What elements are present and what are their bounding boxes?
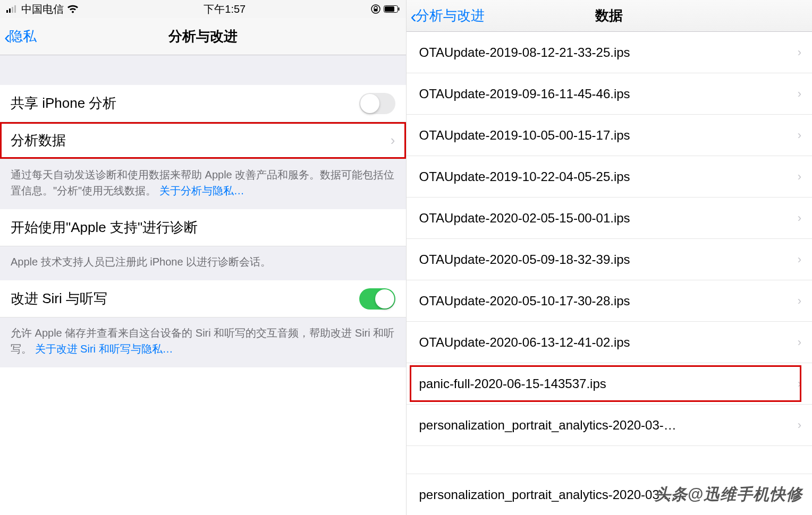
- cell-label: 开始使用"Apple 支持"进行诊断: [11, 218, 198, 237]
- footer-text-2: Apple 技术支持人员已注册此 iPhone 以进行诊断会话。: [0, 246, 406, 280]
- nav-bar: ‹ 隐私 分析与改进: [0, 18, 406, 55]
- cell-label: 改进 Siri 与听写: [11, 289, 107, 308]
- list-item[interactable]: OTAUpdate-2020-02-05-15-00-01.ips›: [407, 198, 813, 239]
- svg-rect-2: [12, 7, 13, 13]
- file-name: OTAUpdate-2020-02-05-15-00-01.ips: [419, 211, 630, 226]
- file-name: OTAUpdate-2020-06-13-12-41-02.ips: [419, 335, 630, 350]
- page-title: 分析与改进: [168, 27, 238, 46]
- file-name: OTAUpdate-2020-05-09-18-32-39.ips: [419, 252, 630, 267]
- battery-icon: [384, 5, 400, 13]
- list-item[interactable]: OTAUpdate-2020-06-13-12-41-02.ips›: [407, 322, 813, 363]
- chevron-right-icon: ›: [798, 46, 801, 59]
- list-item[interactable]: OTAUpdate-2020-05-09-18-32-39.ips›: [407, 239, 813, 280]
- improve-siri-cell[interactable]: 改进 Siri 与听写: [0, 280, 406, 317]
- siri-privacy-link[interactable]: 关于改进 Siri 和听写与隐私…: [35, 343, 173, 355]
- chevron-right-icon: ›: [798, 294, 801, 308]
- list-item[interactable]: OTAUpdate-2019-10-05-00-15-17.ips›: [407, 115, 813, 156]
- footer-text-1: 通过每天自动发送诊断和使用数据来帮助 Apple 改善产品和服务。数据可能包括位…: [0, 159, 406, 209]
- file-name: OTAUpdate-2019-10-05-00-15-17.ips: [419, 128, 630, 143]
- analytics-file-list[interactable]: OTAUpdate-2019-08-12-21-33-25.ips›OTAUpd…: [407, 32, 813, 446]
- share-analytics-cell[interactable]: 共享 iPhone 分析: [0, 85, 406, 122]
- chevron-right-icon: ›: [798, 211, 801, 225]
- improve-siri-toggle[interactable]: [359, 288, 395, 310]
- analytics-privacy-link[interactable]: 关于分析与隐私…: [159, 185, 244, 196]
- page-title: 数据: [595, 6, 623, 25]
- carrier-label: 中国电信: [21, 2, 64, 16]
- list-item[interactable]: panic-full-2020-06-15-143537.ips›: [407, 363, 813, 405]
- svg-rect-0: [6, 10, 8, 13]
- back-label: 隐私: [9, 27, 37, 46]
- share-analytics-toggle[interactable]: [359, 93, 395, 114]
- file-name: OTAUpdate-2019-10-22-04-05-25.ips: [419, 169, 630, 184]
- svg-rect-5: [374, 9, 377, 12]
- watermark: 头条@迅维手机快修: [655, 484, 802, 505]
- list-item[interactable]: OTAUpdate-2019-08-12-21-33-25.ips›: [407, 32, 813, 73]
- back-button[interactable]: ‹ 分析与改进: [411, 6, 485, 25]
- list-item[interactable]: OTAUpdate-2019-09-16-11-45-46.ips›: [407, 73, 813, 115]
- spacer: [0, 55, 406, 85]
- svg-rect-3: [14, 5, 16, 13]
- chevron-right-icon: ›: [798, 253, 801, 267]
- footer-text-3: 允许 Apple 储存并查看来自这台设备的 Siri 和听写的交互音频，帮助改进…: [0, 317, 406, 367]
- list-item[interactable]: OTAUpdate-2019-10-22-04-05-25.ips›: [407, 156, 813, 198]
- chevron-right-icon: ›: [798, 418, 801, 432]
- chevron-right-icon: ›: [391, 132, 395, 149]
- back-label: 分析与改进: [416, 6, 485, 25]
- chevron-right-icon: ›: [798, 128, 801, 142]
- support-diagnostics-cell[interactable]: 开始使用"Apple 支持"进行诊断: [0, 209, 406, 246]
- orientation-lock-icon: [371, 4, 380, 14]
- chevron-right-icon: ›: [798, 336, 801, 349]
- time-label: 下午1:57: [204, 2, 246, 16]
- signal-icon: [6, 5, 18, 13]
- cell-label: 共享 iPhone 分析: [11, 94, 116, 113]
- file-name: personalization_portrait_analytics-2020-…: [419, 418, 676, 433]
- status-bar: 中国电信 下午1:57: [0, 0, 406, 18]
- cell-label: 分析数据: [11, 131, 66, 150]
- chevron-right-icon: ›: [798, 377, 801, 391]
- svg-rect-7: [385, 6, 394, 12]
- analytics-data-cell[interactable]: 分析数据 ›: [0, 122, 406, 159]
- file-name: OTAUpdate-2019-09-16-11-45-46.ips: [419, 87, 630, 101]
- file-name: panic-full-2020-06-15-143537.ips: [419, 376, 606, 391]
- list-item[interactable]: personalization_portrait_analytics-2020-…: [407, 405, 813, 446]
- file-name: OTAUpdate-2019-08-12-21-33-25.ips: [419, 45, 630, 60]
- chevron-right-icon: ›: [798, 87, 801, 101]
- nav-bar: ‹ 分析与改进 数据: [407, 0, 813, 32]
- back-button[interactable]: ‹ 隐私: [4, 27, 37, 46]
- wifi-icon: [67, 5, 79, 13]
- file-name: OTAUpdate-2020-05-10-17-30-28.ips: [419, 294, 630, 308]
- svg-rect-1: [9, 8, 11, 13]
- settings-screen: 中国电信 下午1:57 ‹ 隐私 分析与改进 共享 iPhone 分析 分析数据…: [0, 0, 407, 515]
- list-item[interactable]: OTAUpdate-2020-05-10-17-30-28.ips›: [407, 280, 813, 322]
- data-list-screen: ‹ 分析与改进 数据 OTAUpdate-2019-08-12-21-33-25…: [407, 0, 813, 515]
- chevron-right-icon: ›: [798, 170, 801, 184]
- svg-rect-8: [398, 7, 399, 11]
